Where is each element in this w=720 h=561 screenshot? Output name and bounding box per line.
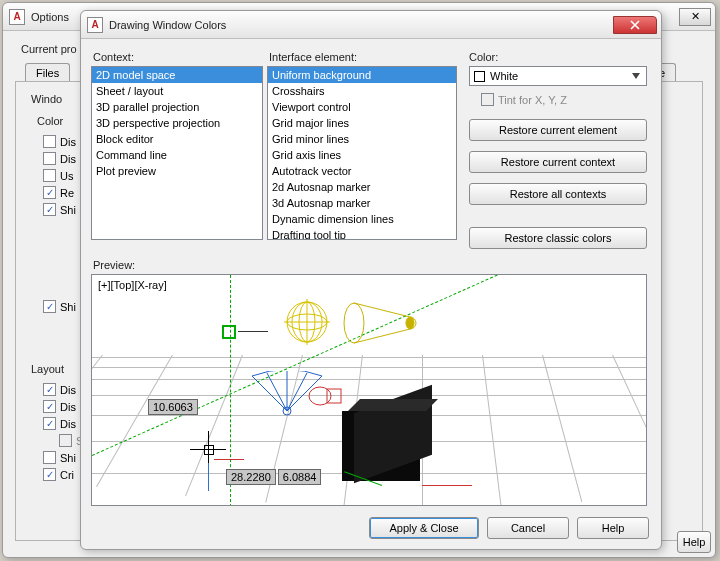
coordinate-tooltip: 28.2280 6.0884	[226, 469, 321, 485]
preview-canvas: [+][Top][X-ray]	[91, 274, 647, 506]
dialog-titlebar: A Drawing Window Colors	[81, 11, 661, 39]
dimension-tooltip: 10.6063	[148, 399, 198, 415]
viewport-control-label: [+][Top][X-ray]	[98, 279, 167, 291]
restore-all-contexts-button[interactable]: Restore all contexts	[469, 183, 647, 205]
help-button[interactable]: Help	[577, 517, 649, 539]
interface-listbox[interactable]: Uniform backgroundCrosshairsViewport con…	[267, 66, 457, 240]
light-glyph-sun-icon	[282, 297, 332, 347]
list-item[interactable]: Sheet / layout	[92, 83, 262, 99]
axis-z	[208, 463, 209, 491]
group-layout-label: Layout	[31, 363, 64, 375]
list-item[interactable]: Dynamic dimension lines	[268, 211, 456, 227]
list-item[interactable]: 2d Autosnap marker	[268, 179, 456, 195]
solid-cube	[342, 411, 420, 481]
check-row[interactable]: Us	[43, 167, 76, 184]
check-row[interactable]: Dis	[43, 133, 76, 150]
restore-current-context-button[interactable]: Restore current context	[469, 151, 647, 173]
interface-label: Interface element:	[269, 51, 357, 63]
drawing-colors-dialog: A Drawing Window Colors Context: Interfa…	[80, 10, 662, 550]
svg-point-7	[406, 317, 414, 329]
check-row[interactable]: Re	[43, 184, 76, 201]
app-icon: A	[9, 9, 25, 25]
list-item[interactable]: Viewport control	[268, 99, 456, 115]
dialog-button-row: Apply & Close Cancel Help	[369, 517, 649, 539]
dialog-close-button[interactable]	[613, 16, 657, 34]
app-icon: A	[87, 17, 103, 33]
svg-point-6	[344, 303, 364, 343]
pickbox	[204, 445, 214, 455]
color-label: Color:	[469, 51, 498, 63]
list-item[interactable]: Grid major lines	[268, 115, 456, 131]
list-item[interactable]: 3D perspective projection	[92, 115, 262, 131]
restore-current-element-button[interactable]: Restore current element	[469, 119, 647, 141]
tint-xyz-checkbox: Tint for X, Y, Z	[481, 91, 567, 108]
list-item[interactable]: Crosshairs	[268, 83, 456, 99]
list-item[interactable]: 2D model space	[92, 67, 262, 83]
ucs-icon	[307, 383, 343, 409]
group-color-label: Color	[37, 115, 63, 127]
check-row[interactable]: Shi	[43, 201, 76, 218]
list-item[interactable]: Block editor	[92, 131, 262, 147]
list-item[interactable]: Grid axis lines	[268, 147, 456, 163]
tab-files[interactable]: Files	[25, 63, 70, 82]
group-window-label: Windo	[31, 93, 62, 105]
close-icon	[629, 20, 641, 30]
options-checks-top: Dis Dis Us Re Shi	[43, 133, 76, 218]
options-help-button[interactable]: Help	[677, 531, 711, 553]
chevron-down-icon	[628, 68, 644, 84]
color-combobox[interactable]: White	[469, 66, 647, 86]
restore-classic-colors-button[interactable]: Restore classic colors	[469, 227, 647, 249]
light-glyph-spot-icon	[340, 293, 420, 353]
list-item[interactable]: Grid minor lines	[268, 131, 456, 147]
dialog-title: Drawing Window Colors	[109, 19, 613, 31]
list-item[interactable]: Drafting tool tip	[268, 227, 456, 240]
preview-label: Preview:	[93, 259, 135, 271]
list-item[interactable]: 3d Autosnap marker	[268, 195, 456, 211]
apply-and-close-button[interactable]: Apply & Close	[369, 517, 479, 539]
axis-x	[214, 459, 244, 460]
checkbox-icon	[481, 93, 494, 106]
list-item[interactable]: Autotrack vector	[268, 163, 456, 179]
marker-tick	[238, 331, 268, 332]
check-row[interactable]: Shi	[43, 298, 76, 315]
context-label: Context:	[93, 51, 134, 63]
list-item[interactable]: Plot preview	[92, 163, 262, 179]
check-row[interactable]: Dis	[43, 150, 76, 167]
list-item[interactable]: Uniform background	[268, 67, 456, 83]
context-listbox[interactable]: 2D model spaceSheet / layout3D parallel …	[91, 66, 263, 240]
color-value: White	[490, 70, 518, 82]
list-item[interactable]: Command line	[92, 147, 262, 163]
options-tabs: Files	[25, 63, 70, 82]
current-profile-label: Current pro	[21, 43, 77, 55]
color-swatch	[474, 71, 485, 82]
autosnap-marker	[222, 325, 236, 339]
list-item[interactable]: 3D parallel projection	[92, 99, 262, 115]
cancel-button[interactable]: Cancel	[487, 517, 569, 539]
options-close-button[interactable]: ✕	[679, 8, 711, 26]
svg-point-9	[309, 387, 331, 405]
options-check-mid: Shi	[43, 298, 76, 315]
